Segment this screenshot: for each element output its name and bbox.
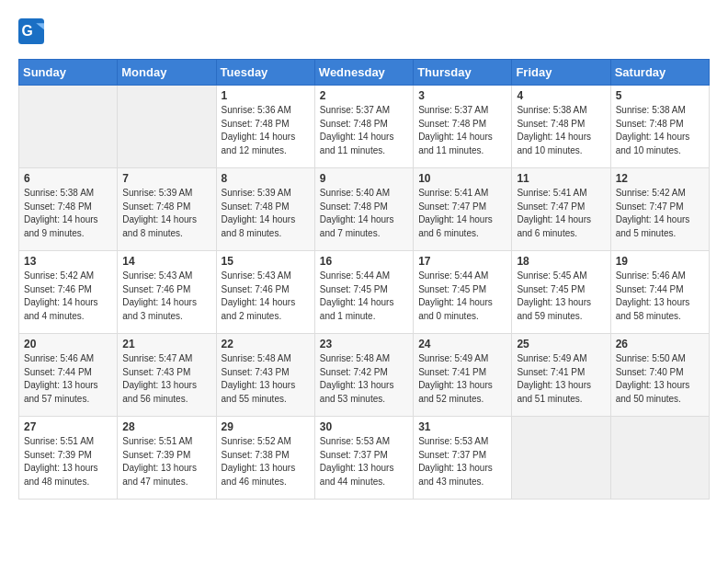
day-info: Sunrise: 5:44 AMSunset: 7:45 PMDaylight:… — [320, 270, 408, 323]
calendar-day-cell: 2Sunrise: 5:37 AMSunset: 7:48 PMDaylight… — [314, 86, 413, 168]
calendar-day-cell: 8Sunrise: 5:39 AMSunset: 7:48 PMDaylight… — [216, 168, 314, 251]
day-number: 10 — [418, 172, 506, 185]
calendar-table: SundayMondayTuesdayWednesdayThursdayFrid… — [18, 59, 710, 500]
day-info: Sunrise: 5:38 AMSunset: 7:48 PMDaylight:… — [517, 104, 605, 157]
calendar-day-cell: 26Sunrise: 5:50 AMSunset: 7:40 PMDayligh… — [610, 334, 709, 417]
day-info: Sunrise: 5:47 AMSunset: 7:43 PMDaylight:… — [122, 352, 210, 406]
day-info: Sunrise: 5:39 AMSunset: 7:48 PMDaylight:… — [222, 187, 310, 240]
day-number: 21 — [122, 338, 210, 350]
weekday-header-cell: Saturday — [610, 60, 709, 86]
calendar-day-cell: 28Sunrise: 5:51 AMSunset: 7:39 PMDayligh… — [118, 417, 216, 500]
day-number: 20 — [24, 338, 112, 350]
day-info: Sunrise: 5:37 AMSunset: 7:48 PMDaylight:… — [418, 104, 506, 157]
calendar-day-cell: 11Sunrise: 5:41 AMSunset: 7:47 PMDayligh… — [512, 168, 610, 251]
calendar-body: 1Sunrise: 5:36 AMSunset: 7:48 PMDaylight… — [19, 86, 710, 500]
day-info: Sunrise: 5:42 AMSunset: 7:47 PMDaylight:… — [616, 187, 704, 240]
day-number: 30 — [320, 420, 408, 433]
calendar-day-cell — [19, 86, 118, 168]
day-number: 23 — [320, 338, 408, 350]
day-info: Sunrise: 5:41 AMSunset: 7:47 PMDaylight:… — [517, 187, 605, 240]
calendar-day-cell: 3Sunrise: 5:37 AMSunset: 7:48 PMDaylight… — [414, 86, 512, 168]
day-number: 3 — [418, 89, 506, 102]
page-header: G — [18, 18, 710, 44]
logo-icon: G — [18, 18, 44, 44]
day-info: Sunrise: 5:38 AMSunset: 7:48 PMDaylight:… — [24, 187, 112, 240]
calendar-day-cell: 23Sunrise: 5:48 AMSunset: 7:42 PMDayligh… — [314, 334, 413, 417]
calendar-day-cell: 22Sunrise: 5:48 AMSunset: 7:43 PMDayligh… — [216, 334, 314, 417]
calendar-day-cell — [610, 417, 709, 500]
calendar-day-cell: 19Sunrise: 5:46 AMSunset: 7:44 PMDayligh… — [610, 251, 709, 334]
weekday-header-cell: Monday — [118, 60, 216, 86]
day-info: Sunrise: 5:38 AMSunset: 7:48 PMDaylight:… — [616, 104, 704, 157]
calendar-week-row: 1Sunrise: 5:36 AMSunset: 7:48 PMDaylight… — [19, 86, 710, 168]
day-info: Sunrise: 5:49 AMSunset: 7:41 PMDaylight:… — [418, 352, 506, 406]
calendar-day-cell: 12Sunrise: 5:42 AMSunset: 7:47 PMDayligh… — [610, 168, 709, 251]
day-number: 8 — [222, 172, 310, 185]
day-info: Sunrise: 5:40 AMSunset: 7:48 PMDaylight:… — [320, 187, 408, 240]
calendar-day-cell: 5Sunrise: 5:38 AMSunset: 7:48 PMDaylight… — [610, 86, 709, 168]
calendar-day-cell: 21Sunrise: 5:47 AMSunset: 7:43 PMDayligh… — [118, 334, 216, 417]
calendar-day-cell: 13Sunrise: 5:42 AMSunset: 7:46 PMDayligh… — [19, 251, 118, 334]
day-number: 4 — [517, 89, 605, 102]
day-info: Sunrise: 5:42 AMSunset: 7:46 PMDaylight:… — [24, 270, 112, 323]
calendar-day-cell — [512, 417, 610, 500]
day-number: 7 — [122, 172, 210, 185]
day-number: 24 — [418, 338, 506, 350]
day-number: 19 — [616, 255, 704, 268]
calendar-day-cell — [118, 86, 216, 168]
calendar-day-cell: 1Sunrise: 5:36 AMSunset: 7:48 PMDaylight… — [216, 86, 314, 168]
weekday-header-cell: Friday — [512, 60, 610, 86]
day-number: 9 — [320, 172, 408, 185]
day-info: Sunrise: 5:46 AMSunset: 7:44 PMDaylight:… — [24, 352, 112, 406]
day-info: Sunrise: 5:41 AMSunset: 7:47 PMDaylight:… — [418, 187, 506, 240]
day-number: 22 — [222, 338, 310, 350]
day-number: 13 — [24, 255, 112, 268]
day-number: 25 — [517, 338, 605, 350]
calendar-day-cell: 16Sunrise: 5:44 AMSunset: 7:45 PMDayligh… — [314, 251, 413, 334]
calendar-day-cell: 18Sunrise: 5:45 AMSunset: 7:45 PMDayligh… — [512, 251, 610, 334]
day-number: 18 — [517, 255, 605, 268]
day-info: Sunrise: 5:46 AMSunset: 7:44 PMDaylight:… — [616, 270, 704, 323]
day-number: 12 — [616, 172, 704, 185]
calendar-day-cell: 7Sunrise: 5:39 AMSunset: 7:48 PMDaylight… — [118, 168, 216, 251]
calendar-day-cell: 4Sunrise: 5:38 AMSunset: 7:48 PMDaylight… — [512, 86, 610, 168]
weekday-header-row: SundayMondayTuesdayWednesdayThursdayFrid… — [19, 60, 710, 86]
day-number: 5 — [616, 89, 704, 102]
day-number: 31 — [418, 420, 506, 433]
day-number: 29 — [222, 420, 310, 433]
day-info: Sunrise: 5:51 AMSunset: 7:39 PMDaylight:… — [122, 435, 210, 488]
day-number: 15 — [222, 255, 310, 268]
day-number: 14 — [122, 255, 210, 268]
day-info: Sunrise: 5:48 AMSunset: 7:42 PMDaylight:… — [320, 352, 408, 406]
weekday-header-cell: Sunday — [19, 60, 118, 86]
weekday-header-cell: Wednesday — [314, 60, 413, 86]
calendar-day-cell: 6Sunrise: 5:38 AMSunset: 7:48 PMDaylight… — [19, 168, 118, 251]
day-number: 27 — [24, 420, 112, 433]
calendar-day-cell: 20Sunrise: 5:46 AMSunset: 7:44 PMDayligh… — [19, 334, 118, 417]
day-info: Sunrise: 5:51 AMSunset: 7:39 PMDaylight:… — [24, 435, 112, 488]
day-info: Sunrise: 5:53 AMSunset: 7:37 PMDaylight:… — [418, 435, 506, 488]
day-info: Sunrise: 5:45 AMSunset: 7:45 PMDaylight:… — [517, 270, 605, 323]
day-number: 28 — [122, 420, 210, 433]
day-number: 17 — [418, 255, 506, 268]
day-number: 26 — [616, 338, 704, 350]
day-info: Sunrise: 5:43 AMSunset: 7:46 PMDaylight:… — [222, 270, 310, 323]
calendar-week-row: 20Sunrise: 5:46 AMSunset: 7:44 PMDayligh… — [19, 334, 710, 417]
calendar-week-row: 27Sunrise: 5:51 AMSunset: 7:39 PMDayligh… — [19, 417, 710, 500]
calendar-day-cell: 30Sunrise: 5:53 AMSunset: 7:37 PMDayligh… — [314, 417, 413, 500]
day-number: 11 — [517, 172, 605, 185]
day-info: Sunrise: 5:39 AMSunset: 7:48 PMDaylight:… — [122, 187, 210, 240]
weekday-header-cell: Tuesday — [216, 60, 314, 86]
day-number: 1 — [222, 89, 310, 102]
svg-text:G: G — [22, 23, 33, 39]
day-info: Sunrise: 5:43 AMSunset: 7:46 PMDaylight:… — [122, 270, 210, 323]
day-number: 6 — [24, 172, 112, 185]
day-number: 2 — [320, 89, 408, 102]
calendar-day-cell: 27Sunrise: 5:51 AMSunset: 7:39 PMDayligh… — [19, 417, 118, 500]
weekday-header-cell: Thursday — [414, 60, 512, 86]
day-info: Sunrise: 5:36 AMSunset: 7:48 PMDaylight:… — [222, 104, 310, 157]
day-number: 16 — [320, 255, 408, 268]
day-info: Sunrise: 5:50 AMSunset: 7:40 PMDaylight:… — [616, 352, 704, 406]
day-info: Sunrise: 5:53 AMSunset: 7:37 PMDaylight:… — [320, 435, 408, 488]
calendar-day-cell: 17Sunrise: 5:44 AMSunset: 7:45 PMDayligh… — [414, 251, 512, 334]
